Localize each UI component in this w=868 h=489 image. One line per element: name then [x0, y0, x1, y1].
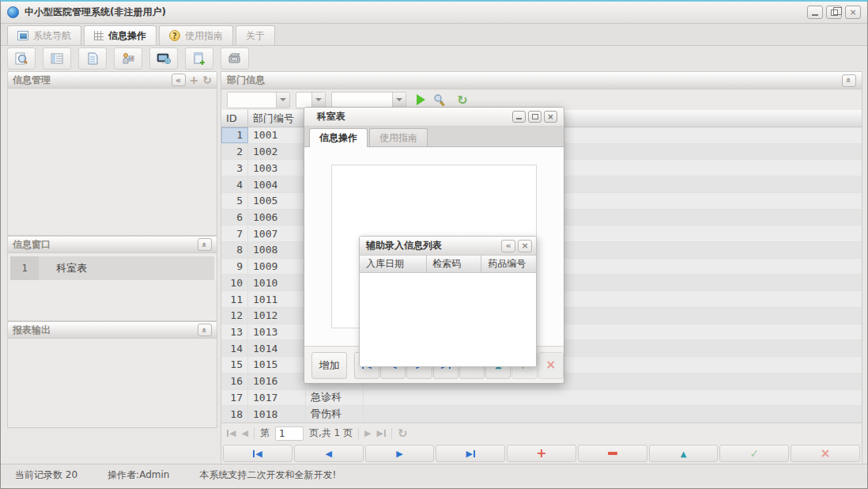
page-number-input[interactable] [275, 426, 304, 441]
dialog-add-button[interactable]: 增加 [311, 352, 347, 379]
cell-id: 18 [221, 406, 248, 422]
cell-code: 1004 [248, 176, 306, 192]
helper-column-index[interactable]: 检索码 [427, 256, 482, 272]
tab-system-nav[interactable]: 系统导航 [7, 25, 81, 45]
cell-name: 骨伤科 [306, 406, 364, 422]
dialog-close-button[interactable]: × [544, 111, 557, 123]
record-confirm-button[interactable]: ✓ [719, 445, 789, 462]
search-edit-button[interactable] [431, 91, 448, 108]
panel-header-report[interactable]: 报表输出 « [7, 321, 217, 339]
cell-code: 1007 [248, 226, 306, 241]
document-button[interactable] [78, 47, 107, 70]
refresh-icon[interactable]: ↻ [202, 74, 212, 85]
cell-id: 17 [221, 390, 248, 406]
collapse-up-button[interactable]: « [842, 74, 856, 87]
dialog-title-bar[interactable]: 科室表 × [304, 108, 564, 127]
tab-label: 使用指南 [379, 131, 417, 145]
collapse-left-icon: « [505, 241, 511, 251]
record-cancel-button[interactable]: × [791, 445, 860, 462]
record-add-button[interactable]: + [507, 445, 576, 462]
report-body [7, 339, 217, 428]
panel-header-info-window[interactable]: 信息窗口 « [7, 236, 217, 253]
helper-panel: 辅助录入信息列表 « × 入库日期 检索码 药品编号 [359, 236, 537, 367]
dialog-minimize-button[interactable] [512, 111, 526, 123]
status-bar: 当前记录数 20 操作者:Admin 本系统支持二次开发和全新开发! [1, 464, 867, 485]
filter-combo-1[interactable] [227, 92, 290, 108]
record-prev-button[interactable]: ◀ [294, 445, 364, 462]
printer-button[interactable] [221, 47, 249, 70]
last-page-icon: ▶ [376, 428, 383, 438]
collapse-up-icon: « [199, 241, 209, 247]
collapse-left-button[interactable]: « [172, 74, 186, 86]
tab-about[interactable]: 关于 [236, 25, 275, 45]
table-row[interactable]: 171017急诊科 [221, 390, 862, 407]
collapse-up-button[interactable]: « [198, 324, 212, 336]
tab-label: 使用指南 [185, 29, 223, 43]
first-page-icon: ◀ [229, 428, 236, 438]
first-page-button[interactable]: ◀ [227, 428, 236, 438]
monitor-globe-button[interactable] [149, 47, 178, 70]
record-up-button[interactable]: ▲ [649, 445, 719, 462]
helper-collapse-button[interactable]: « [501, 240, 515, 252]
dialog-maximize-button[interactable] [528, 111, 542, 123]
record-first-button[interactable]: ◀ [223, 445, 292, 462]
chevron-down-icon [396, 98, 402, 101]
cell-code: 1010 [248, 275, 306, 290]
separator [391, 428, 392, 439]
dialog-tab-info-operation[interactable]: 信息操作 [309, 128, 368, 147]
cross-icon: × [546, 359, 557, 371]
filter-combo-3[interactable] [331, 92, 406, 108]
next-page-button[interactable]: ▶ [364, 428, 371, 438]
collapse-up-button[interactable]: « [198, 238, 212, 251]
table-row[interactable]: 181018骨伤科 [221, 406, 862, 423]
document-icon [85, 51, 100, 66]
column-header-id[interactable]: ID [221, 110, 248, 127]
close-button[interactable]: × [845, 6, 861, 19]
record-next-button[interactable]: ▶ [365, 445, 435, 462]
minimize-icon [516, 118, 522, 119]
record-delete-button[interactable] [578, 445, 647, 462]
maximize-icon [532, 114, 538, 119]
helper-grid-body [360, 273, 536, 367]
info-window-item-keshibiao[interactable]: 1 科室表 [10, 256, 214, 280]
grid-icon [94, 31, 104, 40]
refresh-query-icon[interactable]: ↻ [454, 91, 471, 108]
helper-close-button[interactable]: × [518, 240, 532, 252]
separator [254, 428, 255, 439]
cell-name: 急诊科 [306, 390, 364, 406]
next-page-icon: ▶ [364, 428, 371, 438]
run-query-icon[interactable] [417, 94, 425, 105]
user-chart-button[interactable] [114, 47, 142, 70]
dialog-tab-user-guide[interactable]: 使用指南 [369, 128, 428, 146]
item-label: 科室表 [39, 261, 87, 275]
document-add-button[interactable] [185, 47, 213, 70]
record-last-button[interactable]: ▶ [436, 445, 505, 462]
reload-page-icon[interactable]: ↻ [398, 426, 408, 441]
cell-id: 15 [221, 357, 248, 373]
helper-column-drugcode[interactable]: 药品编号 [481, 256, 536, 272]
dialog-cancel-button[interactable]: × [538, 352, 564, 379]
tab-label: 关于 [246, 29, 265, 43]
collapse-left-icon: « [175, 75, 181, 85]
cell-code: 1002 [248, 144, 306, 160]
helper-panel-header[interactable]: 辅助录入信息列表 « × [360, 237, 536, 256]
filter-combo-2[interactable] [296, 92, 326, 108]
data-list-button[interactable] [43, 47, 71, 70]
last-page-button[interactable]: ▶ [376, 428, 385, 438]
helper-column-date[interactable]: 入库日期 [360, 256, 427, 272]
icon-toolbar [1, 46, 867, 71]
prev-page-button[interactable]: ◀ [241, 428, 247, 438]
document-add-icon [192, 51, 206, 66]
add-icon[interactable]: + [190, 74, 199, 85]
tab-info-operation[interactable]: 信息操作 [84, 25, 157, 45]
tab-label: 信息操作 [108, 29, 146, 43]
search-document-button[interactable] [7, 47, 36, 70]
restore-button[interactable] [826, 6, 842, 19]
tab-user-guide[interactable]: ? 使用指南 [159, 25, 233, 45]
cell-id: 14 [221, 340, 248, 356]
record-toolbar: ◀ ◀ ▶ ▶ + ▲ ✓ × [221, 443, 862, 464]
cell-code: 1012 [248, 308, 306, 324]
close-icon: × [521, 241, 528, 251]
column-header-code[interactable]: 部门编号 [248, 110, 306, 127]
minimize-button[interactable] [807, 6, 823, 19]
